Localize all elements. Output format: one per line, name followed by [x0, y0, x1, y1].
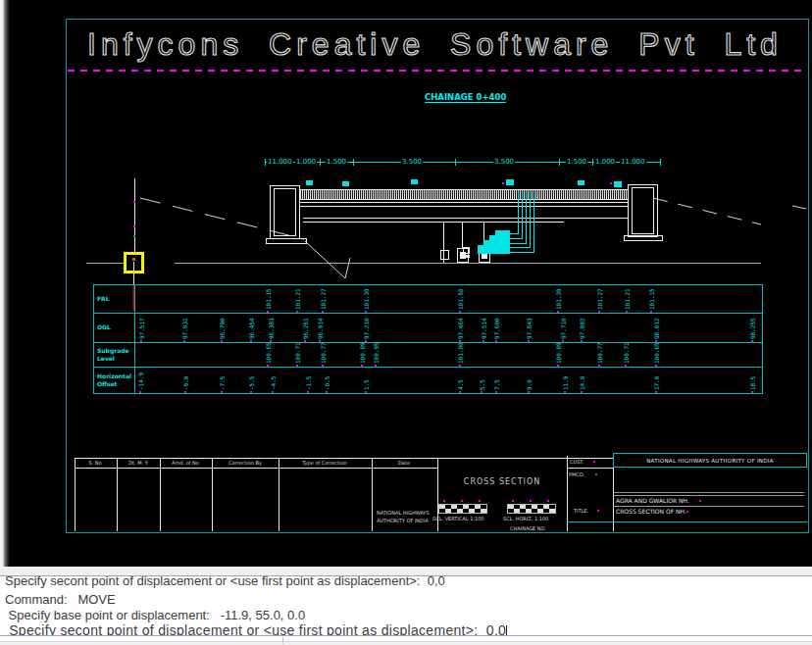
- table-value: 97.210: [364, 318, 371, 339]
- table-row-divider: [94, 342, 762, 343]
- chainage-no-label: CHAINAGE NO.: [510, 525, 546, 531]
- table-value: -0.5: [325, 376, 331, 390]
- table-value: 101.39: [364, 288, 371, 310]
- service-duct-block: [478, 230, 510, 254]
- table-value: 101.50: [458, 288, 465, 310]
- table-value: 97.464: [458, 318, 465, 339]
- table-value: 101.15: [266, 288, 273, 310]
- pier-foot-3: [441, 251, 449, 260]
- table-value: 17.0: [654, 376, 661, 390]
- cad-viewport[interactable]: Infycons Creative Software Pvt Ltd CHAIN…: [0, 0, 812, 567]
- value-node-dot: [139, 391, 141, 393]
- table-value: 96.790: [220, 318, 227, 339]
- value-node-dot: [221, 391, 223, 393]
- table-value: 97.643: [527, 318, 533, 339]
- scale-label-horizontal: SCL. HORIZ. 1:100: [503, 516, 548, 521]
- scale-label-vertical: SCL. VERTICAL 1:100: [432, 516, 484, 521]
- client-label: CUST.: [570, 459, 584, 465]
- table-row-divider: [94, 313, 762, 314]
- table-value: 4.5: [458, 379, 465, 390]
- table-row-divider: [94, 367, 762, 368]
- title-block-header: Date: [398, 460, 410, 466]
- value-node-dot: [481, 391, 482, 393]
- table-value: 96.261: [303, 318, 310, 339]
- title-block-header: Dt. M. Y: [128, 460, 148, 466]
- application-window: Infycons Creative Software Pvt Ltd CHAIN…: [0, 0, 812, 645]
- project-line1: AGRA AND GWALIOR NH.: [616, 497, 689, 504]
- value-node-dot: [184, 391, 186, 393]
- statusbar-tick: [282, 637, 283, 644]
- table-value: 100.89: [556, 342, 563, 364]
- value-node-dot: [307, 391, 309, 393]
- table-row-label: OGL: [97, 323, 111, 330]
- table-value: -7.5: [220, 376, 227, 390]
- value-node-dot: [581, 391, 583, 393]
- table-value: 100.89: [360, 342, 367, 364]
- table-value: 100.65: [654, 342, 661, 364]
- table-value: -4.5: [271, 376, 278, 390]
- value-node-dot: [365, 391, 367, 393]
- value-node-dot: [495, 391, 497, 393]
- table-value: 100.77: [321, 342, 328, 364]
- table-value: 101.39: [556, 288, 563, 310]
- title-label: TITLE.: [574, 508, 588, 514]
- axis-node-magenta-2: [133, 225, 135, 227]
- table-value: 1.5: [364, 379, 371, 390]
- scale-bar-vertical: [438, 504, 487, 514]
- deck-hatch-band: [300, 190, 629, 200]
- table-row-label: Offset: [97, 380, 117, 387]
- value-node-dot: [250, 391, 252, 393]
- org-header-box: NATIONAL HIGHWAYS AUTHORITY OF INDIA: [613, 453, 807, 468]
- table-value: 97.031: [182, 318, 189, 339]
- table-value: 96.454: [249, 318, 256, 339]
- table-value: 97.517: [139, 318, 146, 339]
- table-value: 97.600: [494, 318, 501, 339]
- title-block-header: Correction By: [228, 460, 262, 466]
- table-row-label: Subgrade: [97, 347, 129, 354]
- right-abutment-inner: [633, 188, 654, 234]
- command-history[interactable]: Specify secont point of displacement or …: [0, 575, 812, 636]
- table-value: 101.15: [649, 288, 656, 310]
- left-ground-slope: [140, 198, 304, 239]
- table-label-divider: [134, 285, 135, 393]
- table-value: -14.9: [138, 372, 145, 390]
- right-ground-dash: [792, 206, 806, 209]
- table-value: 9.0: [527, 379, 533, 390]
- pmco-label: PMCO.: [569, 471, 584, 477]
- value-node-dot: [655, 391, 657, 393]
- org-name-line2: AUTHORITY OF INDIA: [377, 518, 429, 523]
- value-node-dot: [272, 391, 274, 393]
- table-value: 100.77: [597, 342, 604, 364]
- right-ground-slope: [653, 198, 761, 224]
- table-value: 18.5: [750, 376, 757, 390]
- title-block-header: Type of Correction: [302, 460, 346, 466]
- left-abutment-footing: [267, 239, 307, 244]
- table-value: -5.5: [249, 376, 256, 390]
- table-value: 100.71: [624, 342, 631, 364]
- table-value: 101.21: [625, 288, 632, 310]
- org-name-line1: NATIONAL HIGHWAYS: [377, 510, 430, 516]
- table-value: 96.914: [318, 318, 325, 339]
- table-row-label: Level: [97, 355, 115, 362]
- window-left-edge: [0, 0, 10, 567]
- table-value: 96.383: [269, 318, 276, 339]
- table-value: 11.9: [563, 376, 570, 390]
- table-value: 7.5: [494, 379, 501, 390]
- value-node-dot: [751, 391, 753, 393]
- duct-detail-2: [461, 255, 470, 258]
- table-value: 100.71: [295, 342, 302, 364]
- cross-section-drawing: [0, 0, 812, 567]
- scale-bar-horizontal: [507, 504, 556, 514]
- value-node-dot: [459, 391, 461, 393]
- deck-top-markers: [306, 179, 622, 187]
- table-value: 97.514: [482, 318, 488, 339]
- left-abutment-inner: [275, 189, 296, 236]
- left-ground-dip: [305, 241, 350, 278]
- title-block-header: Amd. of No: [172, 460, 199, 466]
- table-value: 97.710: [561, 318, 568, 339]
- table-value: -9.0: [183, 376, 190, 390]
- table-value: 5.5: [480, 379, 486, 390]
- table-value: 101.21: [295, 288, 302, 310]
- table-value: 101.27: [597, 288, 604, 310]
- table-value: 100.65: [266, 342, 273, 364]
